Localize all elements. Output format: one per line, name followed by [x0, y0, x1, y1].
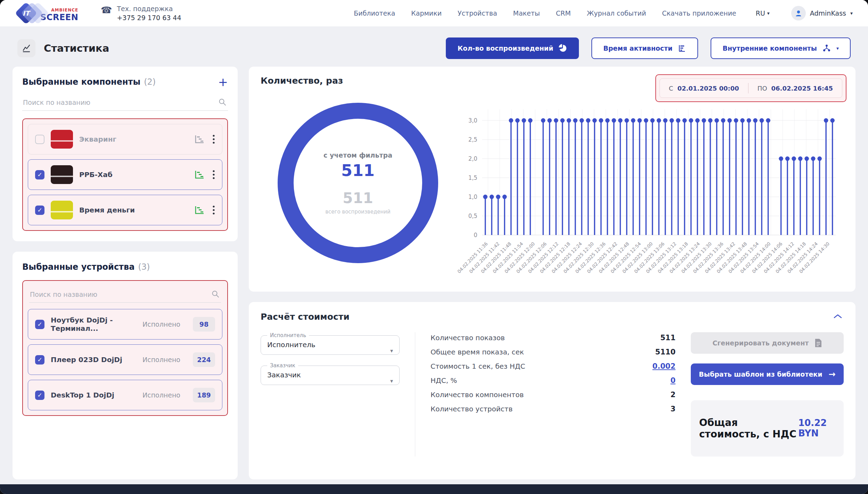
components-search: [22, 95, 228, 111]
schedule-chart-icon[interactable]: [194, 135, 205, 144]
phone-icon: ☎: [101, 5, 112, 15]
executed-count-badge: 98: [193, 317, 215, 332]
customer-select-label: Заказчик: [267, 362, 298, 369]
logo-diamond-icon: IT: [15, 2, 37, 24]
date-from-value: 02.01.2025 00:00: [677, 85, 739, 92]
stat-value: 511: [660, 334, 675, 342]
logo[interactable]: IT AMBIENCE SCREEN: [15, 4, 81, 22]
schedule-chart-icon[interactable]: [194, 206, 205, 215]
stat-row: НДС, % 0: [431, 376, 675, 385]
executed-label: Исполнено: [142, 356, 180, 363]
executed-label: Исполнено: [142, 391, 180, 399]
stat-value: 2: [670, 391, 675, 399]
svg-text:2,0: 2,0: [468, 155, 477, 162]
stat-value-link[interactable]: 0: [670, 376, 675, 385]
component-name: РРБ-Хаб: [79, 170, 113, 179]
checkbox-checked[interactable]: ✓: [35, 206, 44, 215]
date-from[interactable]: С 02.01.2025 00:00: [669, 85, 739, 92]
tech-support: ☎ Тех. поддержка +375 29 170 63 44: [101, 5, 181, 22]
chevron-down-icon: ▾: [767, 10, 770, 16]
total-cost-panel: Общая стоимость, с НДС 10.22 BYN: [691, 400, 844, 457]
executor-select-value: Исполнитель: [267, 341, 316, 349]
date-to[interactable]: ПО 06.02.2025 16:45: [758, 85, 833, 92]
cost-title: Расчёт стоимости: [261, 312, 350, 322]
add-component-button[interactable]: +: [218, 77, 228, 87]
donut-chart: с учетом фильтра 511 511 всего воспроизв…: [261, 89, 455, 277]
generate-document-button[interactable]: Сгенерировать документ: [691, 332, 844, 354]
checkbox-unchecked[interactable]: [35, 135, 44, 144]
donut-total-label: всего воспроизведений: [325, 209, 391, 215]
user-name: AdminKass: [810, 9, 846, 17]
total-cost-label: Общая стоимость, с НДС: [699, 417, 798, 440]
hierarchy-icon: [822, 44, 831, 52]
schedule-chart-icon[interactable]: [194, 170, 205, 179]
customer-select[interactable]: Заказчик Заказчик ▾: [261, 362, 400, 385]
stat-label: НДС, %: [431, 376, 457, 385]
device-row-desktop[interactable]: ✓ DeskTop 1 DojDj Исполнено 189: [28, 380, 222, 410]
divider: [415, 332, 415, 457]
search-icon: [211, 290, 220, 300]
main-nav: Библиотека Кармики Устройства Макеты CRM…: [354, 6, 853, 20]
internal-components-button[interactable]: Внутренние компоненты ▾: [711, 37, 851, 59]
device-name: DeskTop 1 DojDj: [51, 391, 114, 399]
components-panel-title: Выбранные компоненты: [22, 77, 140, 87]
components-count: (2): [144, 77, 156, 87]
component-row-ekvaring[interactable]: Экваринг: [28, 124, 222, 154]
device-row-noutbuk[interactable]: ✓ Ноутбук DojDj - Терминал... Исполнено …: [28, 309, 222, 340]
pie-chart-icon: [559, 44, 567, 52]
generate-document-label: Сгенерировать документ: [712, 339, 809, 347]
choose-template-button[interactable]: Выбрать шаблон из библиотеки →: [691, 363, 844, 385]
chevron-down-icon: ▾: [390, 378, 393, 384]
nav-crm[interactable]: CRM: [556, 9, 571, 17]
checkbox-checked[interactable]: ✓: [35, 391, 44, 400]
avatar: [791, 6, 806, 20]
stat-value-link[interactable]: 0.002: [653, 362, 675, 370]
language-value: RU: [756, 9, 765, 17]
more-vertical-icon[interactable]: [212, 169, 215, 180]
nav-karmiki[interactable]: Кармики: [411, 9, 442, 17]
date-to-label: ПО: [758, 85, 767, 92]
user-menu[interactable]: AdminKass ▾: [791, 6, 853, 20]
customer-select-value: Заказчик: [267, 371, 301, 379]
stat-row: Стоимость 1 сек, без НДС 0.002: [431, 362, 675, 370]
stat-row: Количество показов 511: [431, 334, 675, 342]
checkbox-checked[interactable]: ✓: [35, 320, 44, 329]
components-search-input[interactable]: [22, 95, 228, 111]
nav-events-log[interactable]: Журнал событий: [587, 9, 646, 17]
more-vertical-icon[interactable]: [212, 134, 215, 144]
component-thumbnail: [51, 130, 73, 149]
activity-time-button[interactable]: Время активности: [591, 37, 698, 59]
choose-template-label: Выбрать шаблон из библиотеки: [699, 370, 822, 378]
more-vertical-icon[interactable]: [212, 205, 215, 215]
executor-select-label: Исполнитель: [267, 332, 309, 338]
device-name: Ноутбук DojDj - Терминал...: [51, 316, 136, 333]
components-selection-group: Экваринг: [22, 118, 228, 231]
component-row-rrb-hub[interactable]: ✓ РРБ-Хаб: [28, 159, 222, 190]
checkbox-checked[interactable]: ✓: [35, 170, 44, 179]
device-row-pleer[interactable]: ✓ Плеер 023D DojDj Исполнено 224: [28, 344, 222, 375]
date-range-badge[interactable]: С 02.01.2025 00:00 ПО 06.02.2025 16:45: [655, 74, 846, 102]
stat-value: 5110: [655, 348, 675, 356]
stat-value: 3: [670, 405, 675, 413]
nav-layouts[interactable]: Макеты: [513, 9, 540, 17]
support-label: Тех. поддержка: [117, 5, 181, 12]
svg-text:1,5: 1,5: [468, 174, 477, 181]
devices-search-input[interactable]: [29, 287, 221, 303]
playbacks-count-button[interactable]: Кол-во воспроизведений: [446, 37, 579, 59]
divider: [748, 83, 748, 93]
checkbox-checked[interactable]: ✓: [35, 355, 44, 365]
nav-devices[interactable]: Устройства: [458, 9, 497, 17]
nav-library[interactable]: Библиотека: [354, 9, 395, 17]
nav-download-app[interactable]: Скачать приложение: [662, 9, 736, 17]
language-selector[interactable]: RU ▾: [756, 9, 770, 17]
executor-select[interactable]: Исполнитель Исполнитель ▾: [261, 332, 400, 355]
logo-ambience-text: AMBIENCE: [51, 8, 78, 12]
collapse-chevron-up-icon[interactable]: [833, 313, 842, 320]
support-phone[interactable]: +375 29 170 63 44: [117, 14, 181, 22]
component-row-vremya-dengi[interactable]: ✓ Время деньги: [28, 195, 222, 225]
executed-label: Исполнено: [142, 320, 180, 328]
svg-text:0: 0: [474, 232, 477, 238]
stat-row: Общее время показа, сек 5110: [431, 348, 675, 356]
stat-label: Количество показов: [431, 334, 505, 342]
internal-components-label: Внутренние компоненты: [722, 44, 817, 52]
